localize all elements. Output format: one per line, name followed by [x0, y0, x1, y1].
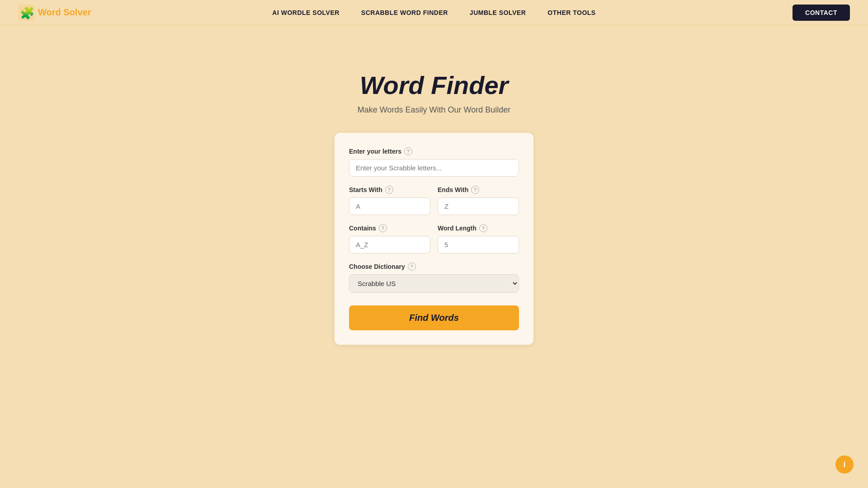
ends-with-input[interactable]: [438, 197, 519, 215]
starts-with-group: Starts With ?: [349, 186, 430, 215]
starts-with-input[interactable]: [349, 197, 430, 215]
nav-links: AI WORDLE SOLVER SCRABBLE WORD FINDER JU…: [272, 9, 595, 16]
contains-help-icon[interactable]: ?: [379, 224, 387, 232]
letters-field-group: Enter your letters ?: [349, 147, 519, 177]
letters-help-icon[interactable]: ?: [404, 147, 412, 155]
logo[interactable]: 🧩 Word Solver: [18, 5, 91, 21]
letters-label: Enter your letters ?: [349, 147, 519, 155]
word-length-label: Word Length ?: [438, 224, 519, 232]
find-words-button[interactable]: Find Words: [349, 305, 519, 330]
nav-jumble-solver[interactable]: JUMBLE SOLVER: [470, 9, 526, 16]
dictionary-field-group: Choose Dictionary ? Scrabble US Scrabble…: [349, 263, 519, 293]
main-content: Word Finder Make Words Easily With Our W…: [0, 25, 868, 345]
word-length-input[interactable]: [438, 236, 519, 253]
dictionary-help-icon[interactable]: ?: [408, 263, 416, 271]
starts-with-label: Starts With ?: [349, 186, 430, 194]
info-button[interactable]: i: [835, 455, 854, 474]
nav-scrabble-word-finder[interactable]: SCRABBLE WORD FINDER: [361, 9, 448, 16]
logo-text: Word Solver: [38, 7, 91, 18]
word-length-group: Word Length ?: [438, 224, 519, 253]
page-title: Word Finder: [360, 70, 509, 100]
contains-input[interactable]: [349, 236, 430, 253]
nav-other-tools[interactable]: OTHER TOOLS: [547, 9, 595, 16]
nav-ai-wordle-solver[interactable]: AI WORDLE SOLVER: [272, 9, 340, 16]
svg-text:🧩: 🧩: [20, 6, 34, 20]
word-finder-form: Enter your letters ? Starts With ? Ends …: [335, 133, 533, 345]
letters-input[interactable]: [349, 159, 519, 177]
starts-with-help-icon[interactable]: ?: [385, 186, 393, 194]
starts-ends-row: Starts With ? Ends With ?: [349, 186, 519, 215]
ends-with-help-icon[interactable]: ?: [471, 186, 479, 194]
navbar: 🧩 Word Solver AI WORDLE SOLVER SCRABBLE …: [0, 0, 868, 25]
page-subtitle: Make Words Easily With Our Word Builder: [358, 105, 510, 115]
contains-length-row: Contains ? Word Length ?: [349, 224, 519, 253]
dictionary-label: Choose Dictionary ?: [349, 263, 519, 271]
contains-label: Contains ?: [349, 224, 430, 232]
contact-button[interactable]: CONTACT: [793, 5, 850, 21]
ends-with-group: Ends With ?: [438, 186, 519, 215]
ends-with-label: Ends With ?: [438, 186, 519, 194]
logo-icon: 🧩: [18, 5, 34, 21]
word-length-help-icon[interactable]: ?: [479, 224, 487, 232]
contains-group: Contains ?: [349, 224, 430, 253]
dictionary-select[interactable]: Scrabble US Scrabble UK Words With Frien…: [349, 274, 519, 293]
